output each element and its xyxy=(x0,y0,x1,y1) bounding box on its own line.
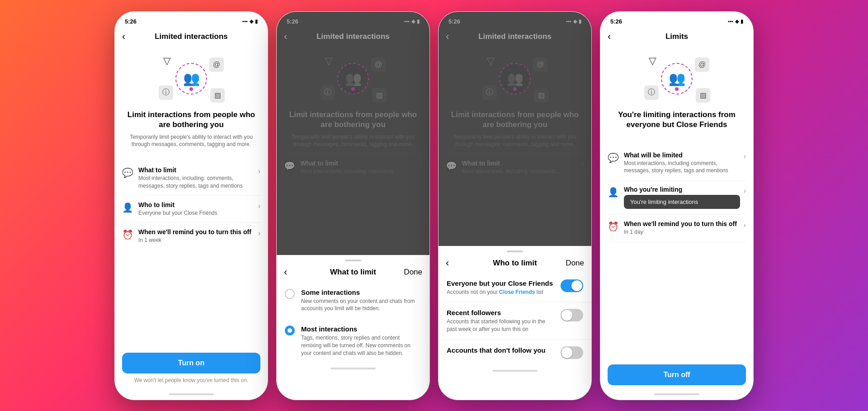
list-text-4-1: What will be limited Most interactions, … xyxy=(624,151,740,175)
list-section-1: 💬 What to limit Most interactions, inclu… xyxy=(115,154,268,253)
hero-dimmed-2: ▽ @ ⓘ ▨ 👥 Limit interactions from people… xyxy=(277,47,429,154)
bottom-sheet-2: ‹ What to limit Done Some interactions N… xyxy=(277,255,429,400)
nav-bar-4: ‹ Limits xyxy=(600,28,753,47)
dimmed-list-text-3: What to limit Most interactions, includi… xyxy=(462,160,578,175)
at-icon-2: @ xyxy=(371,57,386,72)
chevron-icon-3: › xyxy=(258,229,260,237)
battery-icon-4: ▮ xyxy=(741,19,743,24)
time-4: 5:26 xyxy=(610,18,622,25)
at-icon-3: @ xyxy=(533,57,547,72)
filter-icon-2: ▽ xyxy=(321,54,336,68)
list-text-4-3: When we'll remind you to turn this off I… xyxy=(624,220,740,236)
turn-off-button[interactable]: Turn off xyxy=(608,364,746,385)
radio-some[interactable] xyxy=(285,289,295,299)
list-item-what-to-limit[interactable]: 💬 What to limit Most interactions, inclu… xyxy=(122,161,260,195)
image-icon-2: ▨ xyxy=(372,88,387,103)
chevron-icon-1: › xyxy=(258,167,260,175)
list-desc-3: In 1 week xyxy=(138,236,255,244)
status-icons-3: ▪▪▪ ◈ ▮ xyxy=(566,19,581,24)
at-icon-4: @ xyxy=(695,57,709,72)
central-people-icon-2: 👥 xyxy=(337,63,369,94)
list-item-remind-4[interactable]: ⏰ When we'll remind you to turn this off… xyxy=(608,215,746,242)
toggle-row-recent[interactable]: Recent followers Accounts that started f… xyxy=(439,302,591,340)
status-icons-4: ▪▪▪ ◈ ▮ xyxy=(728,19,743,24)
radio-desc-most: Tags, mentions, story replies and conten… xyxy=(301,334,421,357)
sheet-back-3[interactable]: ‹ xyxy=(446,257,449,269)
dimmed-list-text-2: What to limit Most interactions, includi… xyxy=(300,160,416,175)
central-dot-4 xyxy=(675,87,679,91)
toggle-cf[interactable] xyxy=(561,279,583,292)
central-people-icon-4: 👥 xyxy=(661,63,693,94)
back-button-1[interactable]: ‹ xyxy=(122,31,125,43)
list-text-1: What to limit Most interactions, includi… xyxy=(138,166,255,190)
info-icon-4: ⓘ xyxy=(644,85,659,100)
dimmed-list-label-2: What to limit xyxy=(300,160,416,167)
battery-icon-3: ▮ xyxy=(579,19,581,24)
list-section-4: 💬 What will be limited Most interactions… xyxy=(600,139,753,251)
hero-subtitle-3: Temporarily limit people's ability to in… xyxy=(449,133,580,149)
home-bar-3 xyxy=(492,370,538,372)
list-label-4-1: What will be limited xyxy=(624,151,740,159)
icon-cluster-1: ▽ @ ⓘ ▨ 👥 xyxy=(155,54,227,104)
status-bar-3: 5:26 ▪▪▪ ◈ ▮ xyxy=(439,12,591,28)
list-item-remind[interactable]: ⏰ When we'll remind you to turn this off… xyxy=(122,222,260,250)
toggle-row-close-friends[interactable]: Everyone but your Close Friends Accounts… xyxy=(439,273,591,303)
tooltip-container: You're limiting interactions xyxy=(624,195,740,209)
icon-cluster-2: ▽ @ ⓘ ▨ 👥 xyxy=(317,54,389,104)
toggle-row-nonfollowers[interactable]: Accounts that don't follow you xyxy=(439,340,591,365)
dimmed-list-label-3: What to limit xyxy=(462,160,578,167)
home-indicator-1 xyxy=(115,389,268,400)
hero-title-2: Limit interactions from people who are b… xyxy=(288,110,419,130)
info-icon-2: ⓘ xyxy=(321,85,335,100)
toggle-nf[interactable] xyxy=(561,346,583,359)
sheet-back-2[interactable]: ‹ xyxy=(284,266,287,278)
close-friends-link[interactable]: Close Friends xyxy=(499,289,535,295)
icon-cluster-3: ▽ @ ⓘ ▨ 👥 xyxy=(479,54,551,104)
signal-icon: ▪▪▪ xyxy=(242,19,248,24)
hero-title-1: Limit interactions from people who are b… xyxy=(126,110,257,130)
back-button-2[interactable]: ‹ xyxy=(284,31,287,43)
radio-dot xyxy=(288,328,292,333)
turn-on-button[interactable]: Turn on xyxy=(122,353,260,373)
list-item-what-limited[interactable]: 💬 What will be limited Most interactions… xyxy=(608,146,746,181)
battery-icon: ▮ xyxy=(255,19,258,24)
sheet-nav-3: ‹ Who to limit Done xyxy=(439,252,591,273)
toggle-text-cf: Everyone but your Close Friends Accounts… xyxy=(447,279,555,296)
sheet-done-3[interactable]: Done xyxy=(566,259,584,268)
comment-icon-2: 💬 xyxy=(284,161,295,171)
list-desc-2: Everyone but your Close Friends xyxy=(138,209,255,217)
radio-row-some[interactable]: Some interactions New comments on your c… xyxy=(277,282,429,319)
list-item-who-limiting[interactable]: 👤 Who you're limiting You're limiting in… xyxy=(608,180,746,215)
clock-icon-4: ⏰ xyxy=(608,221,618,232)
back-button-4[interactable]: ‹ xyxy=(608,31,611,43)
wifi-icon-3: ◈ xyxy=(573,19,577,24)
hero-title-4: You're limiting interactions from everyo… xyxy=(611,110,742,130)
nav-title-1: Limited interactions xyxy=(155,32,228,41)
dimmed-list-desc-2: Most interactions, including: comments..… xyxy=(300,168,416,175)
bottom-sheet-3: ‹ Who to limit Done Everyone but your Cl… xyxy=(439,246,591,400)
home-indicator-4 xyxy=(600,389,753,400)
sheet-done-2[interactable]: Done xyxy=(404,268,422,277)
toggle-recent[interactable] xyxy=(561,309,583,321)
time-3: 5:26 xyxy=(448,18,460,25)
toggle-thumb-nf xyxy=(561,347,572,358)
status-bar-4: 5:26 ▪▪▪ ◈ ▮ xyxy=(600,12,753,28)
screen-content-1: ▽ @ ⓘ ▨ 👥 Limit interactions from people… xyxy=(115,47,268,400)
dimmed-list-desc-3: Most interactions, including: comments..… xyxy=(462,168,578,175)
radio-row-most[interactable]: Most interactions Tags, mentions, story … xyxy=(277,319,429,363)
time-1: 5:26 xyxy=(125,18,137,25)
list-item-who-to-limit[interactable]: 👤 Who to limit Everyone but your Close F… xyxy=(122,195,260,222)
toggle-label-cf: Everyone but your Close Friends xyxy=(447,279,555,287)
radio-most[interactable] xyxy=(285,326,295,335)
radio-text-most: Most interactions Tags, mentions, story … xyxy=(301,325,421,357)
chevron-dimmed-3: › xyxy=(582,161,584,169)
list-label-2: Who to limit xyxy=(138,201,255,208)
list-label-4-2: Who you're limiting xyxy=(624,186,740,193)
status-bar-2: 5:26 ▪▪▪ ◈ ▮ xyxy=(277,12,429,28)
info-icon: ⓘ xyxy=(159,85,173,100)
hero-dimmed-3: ▽ @ ⓘ ▨ 👥 Limit interactions from people… xyxy=(439,47,591,154)
dimmed-list-item-2: 💬 What to limit Most interactions, inclu… xyxy=(284,154,422,181)
list-desc-1: Most interactions, including: comments, … xyxy=(138,175,255,190)
phone-1: 5:26 ▪▪▪ ◈ ▮ ‹ Limited interactions ▽ @ … xyxy=(114,11,268,400)
back-button-3[interactable]: ‹ xyxy=(446,31,449,43)
